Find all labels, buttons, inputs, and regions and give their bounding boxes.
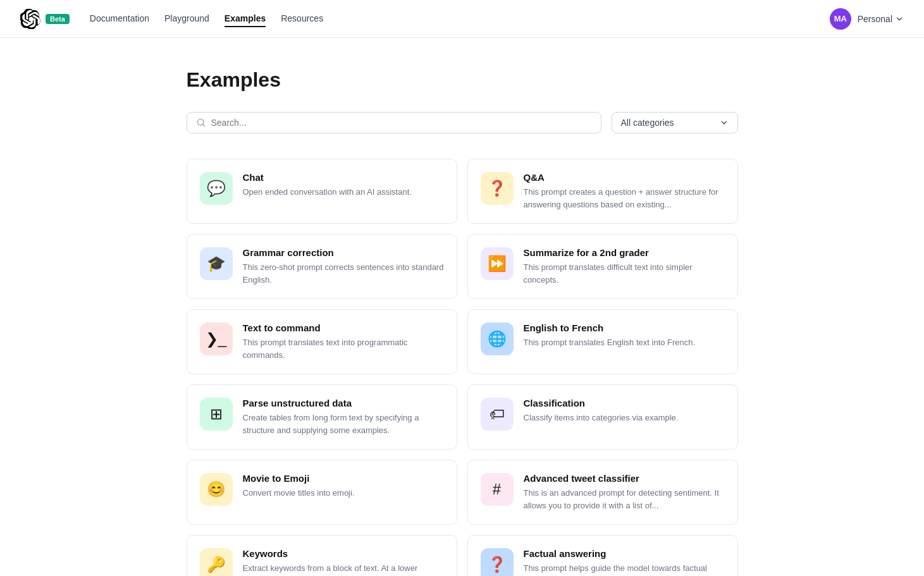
card-desc-parse: Create tables from long form text by spe… xyxy=(243,412,444,436)
card-desc-summarize: This prompt translates difficult text in… xyxy=(524,261,725,286)
card-icon-qa: ❓ xyxy=(481,172,514,205)
card-title-qa: Q&A xyxy=(524,172,725,183)
card-tweet-classifier[interactable]: # Advanced tweet classifier This is an a… xyxy=(467,460,738,525)
user-menu[interactable]: Personal xyxy=(858,14,904,24)
card-title-tweet-classifier: Advanced tweet classifier xyxy=(524,473,725,484)
card-parse[interactable]: ⊞ Parse unstructured data Create tables … xyxy=(187,384,457,450)
card-desc-chat: Open ended conversation with an AI assis… xyxy=(243,186,444,199)
openai-logo-icon xyxy=(20,9,40,29)
card-text-grammar: Grammar correction This zero-shot prompt… xyxy=(243,247,444,286)
nav-link-documentation[interactable]: Documentation xyxy=(90,11,149,27)
card-summarize[interactable]: ⏩ Summarize for a 2nd grader This prompt… xyxy=(467,234,738,299)
chevron-down-icon xyxy=(895,15,904,23)
nav-left: Beta DocumentationPlaygroundExamplesReso… xyxy=(20,9,323,29)
card-grammar[interactable]: 🎓 Grammar correction This zero-shot prom… xyxy=(187,234,457,299)
examples-grid: 💬 Chat Open ended conversation with an A… xyxy=(187,159,738,576)
card-icon-classification: 🏷 xyxy=(481,398,514,431)
category-dropdown[interactable]: All categories xyxy=(612,112,738,133)
avatar[interactable]: MA xyxy=(830,8,851,30)
card-text-en-fr: English to French This prompt translates… xyxy=(524,322,725,349)
user-label-text: Personal xyxy=(858,14,892,24)
card-desc-keywords: Extract keywords from a block of text. A… xyxy=(243,562,444,576)
nav-links: DocumentationPlaygroundExamplesResources xyxy=(90,11,323,27)
card-text-chat: Chat Open ended conversation with an AI … xyxy=(243,172,444,199)
page-title: Examples xyxy=(187,68,738,92)
card-desc-movie-emoji: Convert movie titles into emoji. xyxy=(243,487,444,499)
search-input[interactable] xyxy=(211,118,592,128)
card-text-classification: Classification Classify items into categ… xyxy=(524,398,725,424)
nav-right: MA Personal xyxy=(830,8,904,30)
card-icon-grammar: 🎓 xyxy=(200,247,233,280)
card-desc-tweet-classifier: This is an advanced prompt for detecting… xyxy=(524,487,725,512)
card-title-summarize: Summarize for a 2nd grader xyxy=(524,247,725,258)
card-text-summarize: Summarize for a 2nd grader This prompt t… xyxy=(524,247,725,286)
card-icon-tweet-classifier: # xyxy=(481,473,514,506)
card-factual[interactable]: ❓ Factual answering This prompt helps gu… xyxy=(467,535,738,576)
card-desc-en-fr: This prompt translates English text into… xyxy=(524,336,725,349)
card-title-text-command: Text to command xyxy=(243,322,444,333)
card-icon-parse: ⊞ xyxy=(200,398,233,431)
card-text-tweet-classifier: Advanced tweet classifier This is an adv… xyxy=(524,473,725,512)
card-desc-text-command: This prompt translates text into program… xyxy=(243,336,444,361)
nav-link-examples[interactable]: Examples xyxy=(225,11,266,27)
card-title-keywords: Keywords xyxy=(243,548,444,559)
beta-badge: Beta xyxy=(46,14,70,24)
card-text-parse: Parse unstructured data Create tables fr… xyxy=(243,398,444,436)
card-title-movie-emoji: Movie to Emoji xyxy=(243,473,444,484)
card-icon-factual: ❓ xyxy=(481,548,514,576)
search-icon xyxy=(196,118,206,128)
card-en-fr[interactable]: 🌐 English to French This prompt translat… xyxy=(467,309,738,374)
card-qa[interactable]: ❓ Q&A This prompt creates a question + a… xyxy=(467,159,738,224)
card-icon-en-fr: 🌐 xyxy=(481,322,514,355)
card-text-qa: Q&A This prompt creates a question + ans… xyxy=(524,172,725,211)
card-keywords[interactable]: 🔑 Keywords Extract keywords from a block… xyxy=(187,535,457,576)
search-wrap[interactable] xyxy=(187,112,601,133)
card-icon-chat: 💬 xyxy=(200,172,233,205)
card-title-classification: Classification xyxy=(524,398,725,408)
chevron-down-icon xyxy=(720,118,729,127)
card-title-chat: Chat xyxy=(243,172,444,183)
card-title-parse: Parse unstructured data xyxy=(243,398,444,408)
card-icon-summarize: ⏩ xyxy=(481,247,514,280)
card-title-grammar: Grammar correction xyxy=(243,247,444,258)
logo[interactable]: Beta xyxy=(20,9,70,29)
card-text-movie-emoji: Movie to Emoji Convert movie titles into… xyxy=(243,473,444,499)
nav-link-resources[interactable]: Resources xyxy=(281,11,323,27)
card-chat[interactable]: 💬 Chat Open ended conversation with an A… xyxy=(187,159,457,224)
card-icon-movie-emoji: 😊 xyxy=(200,473,233,506)
category-label: All categories xyxy=(621,118,674,128)
card-desc-factual: This prompt helps guide the model toward… xyxy=(524,562,725,576)
card-title-factual: Factual answering xyxy=(524,548,725,559)
card-icon-keywords: 🔑 xyxy=(200,548,233,576)
nav-link-playground[interactable]: Playground xyxy=(164,11,209,27)
card-text-command[interactable]: ❯_ Text to command This prompt translate… xyxy=(187,309,457,374)
card-desc-classification: Classify items into categories via examp… xyxy=(524,412,725,424)
card-movie-emoji[interactable]: 😊 Movie to Emoji Convert movie titles in… xyxy=(187,460,457,525)
card-desc-grammar: This zero-shot prompt corrects sentences… xyxy=(243,261,444,286)
card-title-en-fr: English to French xyxy=(524,322,725,333)
card-text-factual: Factual answering This prompt helps guid… xyxy=(524,548,725,576)
card-text-keywords: Keywords Extract keywords from a block o… xyxy=(243,548,444,576)
card-icon-text-command: ❯_ xyxy=(200,322,233,355)
filters-bar: All categories xyxy=(187,112,738,133)
card-classification[interactable]: 🏷 Classification Classify items into cat… xyxy=(467,384,738,450)
card-desc-qa: This prompt creates a question + answer … xyxy=(524,186,725,211)
card-text-text-command: Text to command This prompt translates t… xyxy=(243,322,444,361)
